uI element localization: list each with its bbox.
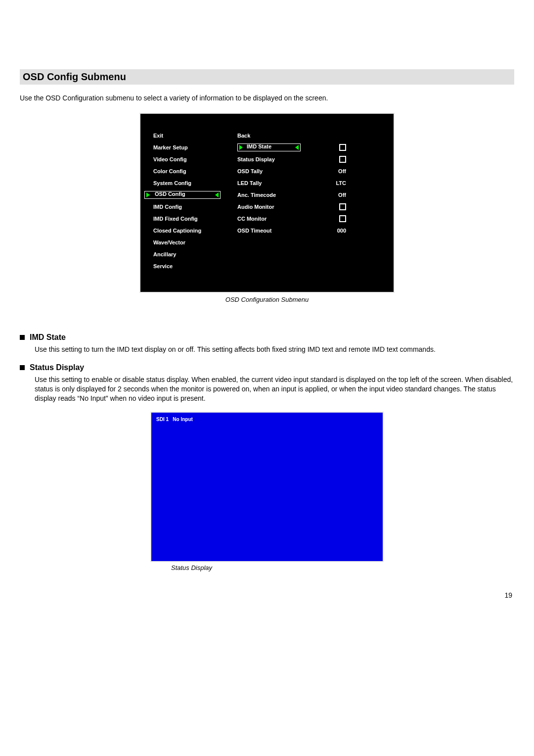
value-osd-tally: Off (338, 168, 346, 174)
value-osd-timeout: 000 (337, 228, 346, 234)
subheading-imd-state: IMD State (30, 333, 66, 342)
status-text-no-input: SDI 1 No Input (156, 417, 193, 422)
menu-item-service: Service (153, 263, 173, 269)
menu-item-imd-fixed-config: IMD Fixed Config (153, 216, 198, 222)
body-imd-state: Use this setting to turn the IMD text di… (35, 345, 514, 354)
menu-item-marker-setup: Marker Setup (153, 144, 188, 150)
menu-item-exit: Exit (153, 133, 163, 139)
page-number: 19 (20, 591, 512, 599)
submenu-item-led-tally: LED Tally (237, 180, 262, 186)
osd-menu-screenshot: Exit Back Marker Setup IMD State Video C… (139, 113, 395, 293)
intro-text: Use the OSD Configuration submenu to sel… (20, 94, 514, 103)
menu-label-osd-config: OSD Config (152, 190, 213, 199)
submenu-label-imd-state: IMD State (245, 143, 293, 151)
menu-item-closed-captioning: Closed Captioning (153, 228, 201, 234)
submenu-item-anc-timecode: Anc. Timecode (237, 192, 276, 198)
submenu-item-back: Back (237, 133, 250, 139)
checkbox-icon (339, 144, 346, 151)
square-bullet-icon (20, 335, 25, 340)
menu-item-video-config: Video Config (153, 156, 187, 162)
menu-item-wave-vector: Wave/Vector (153, 239, 185, 245)
checkbox-icon (339, 156, 346, 163)
figure-caption-status-display: Status Display (171, 564, 514, 571)
value-anc-timecode: Off (338, 192, 346, 198)
status-display-screenshot: SDI 1 No Input (150, 412, 384, 562)
arrow-left-icon (215, 192, 219, 197)
submenu-item-osd-timeout: OSD Timeout (237, 228, 271, 234)
submenu-item-audio-monitor: Audio Monitor (237, 204, 274, 210)
arrow-right-icon (146, 192, 150, 197)
menu-item-imd-config: IMD Config (153, 204, 182, 210)
arrow-left-icon (295, 145, 299, 150)
checkbox-icon (339, 203, 346, 210)
subheading-status-display: Status Display (30, 363, 84, 372)
menu-item-system-config: System Config (153, 180, 191, 186)
value-led-tally: LTC (336, 180, 346, 186)
submenu-selected-imd-state: IMD State (237, 143, 301, 151)
section-heading: OSD Config Submenu (20, 69, 514, 85)
menu-selected-osd-config: OSD Config (144, 191, 221, 199)
square-bullet-icon (20, 365, 25, 370)
arrow-right-icon (239, 145, 243, 150)
submenu-item-cc-monitor: CC Monitor (237, 216, 267, 222)
menu-item-color-config: Color Config (153, 168, 186, 174)
figure-caption-osd: OSD Configuration Submenu (20, 296, 514, 303)
menu-item-ancillary: Ancillary (153, 251, 176, 257)
submenu-item-osd-tally: OSD Tally (237, 168, 263, 174)
submenu-item-status-display: Status Display (237, 156, 275, 162)
checkbox-icon (339, 215, 346, 222)
body-status-display: Use this setting to enable or disable st… (35, 375, 514, 403)
